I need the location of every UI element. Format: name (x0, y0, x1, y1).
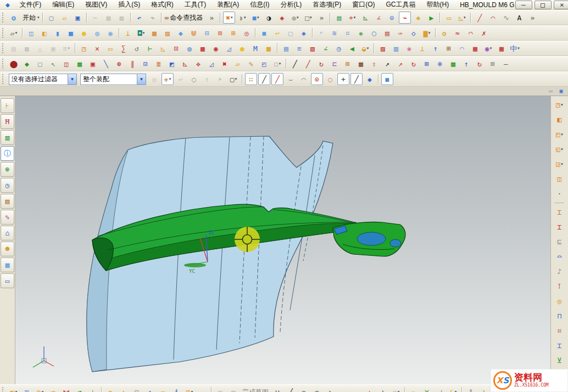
through-curves-button[interactable]: ≋ (328, 27, 341, 39)
grid-green-button[interactable]: ▦ (447, 58, 459, 70)
part-navigator-tab[interactable]: ▥ (1, 130, 14, 145)
angle-box-button[interactable]: ◿ (205, 58, 218, 70)
toolbar-grip[interactable] (2, 13, 5, 23)
toolbar-grip[interactable] (2, 28, 5, 38)
make-corner-button[interactable]: ⊣ (434, 386, 446, 392)
box-x-button[interactable]: ⊠ (487, 58, 499, 70)
datum-csys-button[interactable]: ◧ (38, 27, 51, 39)
visual-keys-button[interactable]: ❖ (412, 12, 424, 24)
marquee-button[interactable]: ▢▾ (227, 73, 240, 85)
boss-button[interactable]: ◉ (104, 27, 116, 39)
examine-geometry-button[interactable]: ⊞ (443, 42, 455, 54)
sphere-map-button[interactable]: ◉▾ (482, 42, 494, 54)
bridge-curve-button[interactable]: ≈ (452, 27, 464, 39)
roles-tab[interactable]: ☻ (1, 242, 14, 256)
sphere-button[interactable]: ● (78, 27, 90, 39)
assembly-sequence-button[interactable]: ⇵ (74, 386, 86, 392)
chevron-down-icon[interactable]: ▾ (428, 31, 431, 35)
menu-edit[interactable]: 编辑(E) (47, 0, 79, 9)
chevron-down-icon[interactable]: ▾ (517, 46, 520, 51)
unite-button[interactable]: ⋓ (188, 27, 200, 39)
standard-part-button[interactable]: ⌶ (553, 205, 567, 219)
remember-constraints-button[interactable]: ✪ (104, 386, 116, 392)
line-button[interactable]: ╱ (474, 12, 486, 24)
sprue-bushing-button[interactable]: ⊓ (553, 309, 567, 323)
shaded-with-edges-button[interactable]: ◼▾ (249, 12, 261, 24)
shell-button[interactable]: ◆ (175, 27, 187, 39)
grid-analysis-button[interactable]: ▦ (469, 42, 481, 54)
rotate-copy-button[interactable]: ↻ (408, 58, 420, 70)
chevron-down-icon[interactable]: ▾ (490, 46, 492, 51)
move-component-button[interactable]: ⇄ (47, 386, 59, 392)
geometric-constraints-button[interactable]: ∥ (465, 386, 477, 392)
mw-initialize-project-button[interactable]: ◳▾ (553, 98, 567, 111)
graphics-window-icon[interactable]: ▣ (556, 87, 566, 96)
menu-analysis[interactable]: 分析(L) (275, 0, 307, 9)
chevron-down-icon[interactable]: ▼ (137, 74, 146, 85)
system-materials-tab[interactable]: ▤ (1, 194, 14, 209)
text-button[interactable]: A (513, 12, 525, 24)
offset-surface-button[interactable]: ✪ (438, 27, 450, 39)
play-button[interactable]: ▶ (425, 12, 437, 24)
sweep-button[interactable]: ↩ (271, 27, 283, 39)
angle-analysis-button[interactable]: ◺ (157, 42, 169, 54)
snap-face-button[interactable]: ◆ (364, 73, 376, 85)
ejector-pin-button[interactable]: ⊺ (553, 279, 567, 293)
mw-cavity-layout-button[interactable]: ◲▾ (553, 157, 567, 171)
minimize-button[interactable]: — (515, 1, 532, 9)
graphics-viewport[interactable]: ZC YC (15, 96, 550, 384)
exploded-view-button[interactable]: ⊞▾ (183, 386, 196, 392)
diagonal-box-button[interactable]: ◩ (166, 58, 178, 70)
wcs-orient-button[interactable]: ⊾ (359, 12, 371, 24)
snap-pole-button[interactable]: ⌣ (285, 73, 297, 85)
draft-analysis-button[interactable]: ◿ (223, 42, 235, 54)
menu-assemblies[interactable]: 装配(A) (212, 0, 244, 9)
copy-lock-button[interactable]: ⊞ (421, 58, 433, 70)
sketch-arc-button[interactable]: ⌒ (298, 386, 310, 392)
up-arrow-button[interactable]: ↑ (460, 58, 472, 70)
toolbar-grip[interactable] (2, 43, 5, 53)
move-face-button[interactable]: ↖ (47, 58, 59, 70)
move-up-button[interactable]: ⇧ (368, 58, 380, 70)
menu-format[interactable]: 格式(R) (146, 0, 179, 9)
chevron-down-icon[interactable]: ▾ (464, 15, 466, 20)
menu-information[interactable]: 信息(I) (245, 0, 274, 9)
toolbar-grip[interactable] (2, 387, 5, 392)
view-manager-button[interactable]: ▤ (333, 12, 345, 24)
wcs-origin-button[interactable]: ⊙ (386, 12, 398, 24)
chamfer-button[interactable]: ◟ (337, 386, 349, 392)
interpart-link-button[interactable]: ∞ (157, 386, 169, 392)
delete-button[interactable]: ✖ (219, 58, 231, 70)
studio-point-button[interactable]: ✛ (364, 386, 376, 392)
arc-button[interactable]: ⌒ (487, 12, 499, 24)
sketch-button[interactable]: ▱▾ (8, 27, 20, 39)
edit-object-display-button[interactable]: ⬤ (8, 58, 20, 70)
move-object-button[interactable]: ▢ (34, 58, 46, 70)
calculator-button[interactable]: ▦ (263, 42, 275, 54)
chevron-down-icon[interactable]: ▾ (37, 15, 40, 20)
snap-point-button[interactable]: ∷ (245, 73, 257, 85)
slide-lifter-button[interactable]: ⊻ (553, 354, 567, 367)
chevron-down-icon[interactable]: ▾ (297, 15, 299, 20)
display-mode-button[interactable]: ◗▾ (236, 12, 248, 24)
history-tab[interactable]: ◷ (1, 178, 14, 193)
chevron-down-icon[interactable]: ▾ (561, 103, 563, 107)
overflow-more[interactable]: · (553, 187, 567, 200)
snap-arc-button[interactable]: ⌒ (298, 73, 310, 85)
chevron-down-icon[interactable]: ▾ (15, 390, 18, 392)
orient-view-button[interactable]: ◈ (276, 12, 288, 24)
wcs-display-button[interactable]: ⌁ (399, 12, 411, 24)
model-canvas[interactable]: ZC YC (15, 96, 550, 384)
chevron-down-icon[interactable]: ▾ (15, 31, 18, 35)
cone-button[interactable]: ◍ (91, 27, 103, 39)
cleanup-button[interactable]: ✎ (245, 58, 257, 70)
menu-gc-toolbox[interactable]: GC工具箱 (381, 0, 420, 9)
mirror-assembly-button[interactable]: ⋈ (60, 386, 73, 392)
guide-pillar-button[interactable]: ⌶ (553, 339, 567, 352)
process-studio-tab[interactable]: ⌂ (1, 226, 14, 240)
flatness-check-button[interactable]: ⊢ (144, 42, 156, 54)
snap-intersection-button[interactable]: + (337, 73, 349, 85)
assembly-button[interactable]: ◧▾ (8, 386, 20, 392)
new-file-button[interactable]: ▢ (46, 12, 58, 24)
menu-tools[interactable]: 工具(T) (180, 0, 211, 9)
